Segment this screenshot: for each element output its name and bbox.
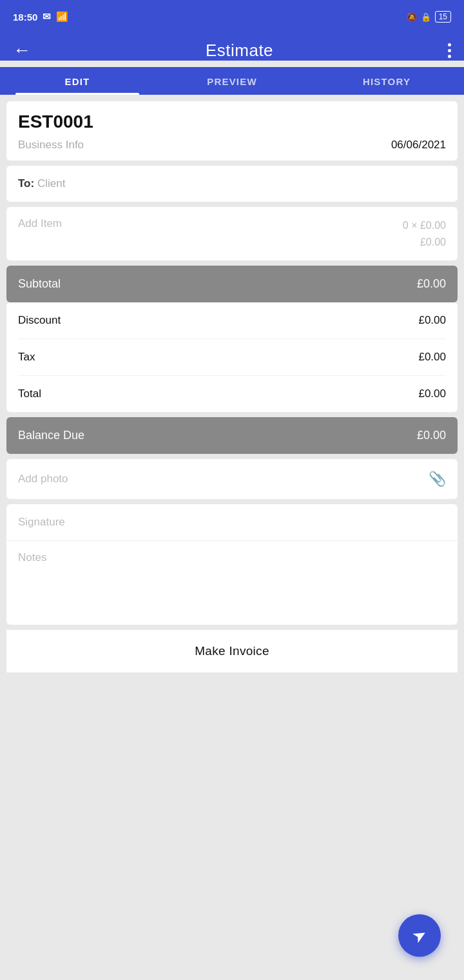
add-item-card[interactable]: Add Item 0 × £0.00 £0.00 — [6, 207, 458, 260]
send-icon: ➤ — [409, 923, 431, 948]
more-options-button[interactable] — [448, 43, 451, 58]
back-button[interactable]: ← — [13, 40, 31, 61]
tab-edit[interactable]: EDIT — [0, 67, 155, 95]
estimate-date[interactable]: 06/06/2021 — [391, 139, 446, 152]
to-label: To: — [18, 177, 37, 190]
estimate-number: EST0001 — [18, 112, 446, 132]
make-invoice-card: Make Invoice — [6, 630, 458, 672]
tab-bar: EDIT PREVIEW HISTORY — [0, 67, 464, 95]
header: ← Estimate — [0, 34, 464, 61]
add-item-qty: 0 × £0.00 — [403, 217, 446, 234]
lock-icon: 🔒 — [421, 12, 431, 22]
subtotal-value: £0.00 — [417, 277, 446, 291]
line-items-card: Discount £0.00 Tax £0.00 Total £0.00 — [6, 302, 458, 412]
add-photo-card[interactable]: Add photo 📎 — [6, 459, 458, 499]
subtotal-row: Subtotal £0.00 — [6, 266, 458, 302]
total-label: Total — [18, 387, 41, 400]
mute-icon: 🔕 — [407, 12, 417, 22]
total-row: Total £0.00 — [18, 376, 446, 412]
main-content: EST0001 Business Info 06/06/2021 To: Cli… — [0, 95, 464, 684]
estimate-header-card: EST0001 Business Info 06/06/2021 — [6, 101, 458, 161]
balance-due-row: Balance Due £0.00 — [6, 417, 458, 454]
add-item-label: Add Item — [18, 217, 62, 230]
client-value: Client — [37, 177, 65, 190]
dot2 — [448, 49, 451, 52]
signature-card[interactable]: Signature Notes — [6, 504, 458, 625]
send-fab-button[interactable]: ➤ — [398, 914, 441, 957]
status-left: 18:50 ✉ 📶 — [13, 11, 68, 23]
notes-field[interactable]: Notes — [6, 541, 458, 625]
make-invoice-button[interactable]: Make Invoice — [6, 630, 458, 672]
mail-icon: ✉ — [43, 11, 51, 23]
total-value: £0.00 — [418, 387, 446, 400]
discount-label: Discount — [18, 314, 61, 327]
status-right: 🔕 🔒 15 — [407, 11, 451, 23]
paperclip-icon: 📎 — [429, 471, 446, 487]
wifi-icon: 📶 — [56, 11, 68, 23]
discount-row[interactable]: Discount £0.00 — [18, 302, 446, 339]
signature-field[interactable]: Signature — [6, 504, 458, 541]
tab-history[interactable]: HISTORY — [309, 67, 464, 95]
dot3 — [448, 55, 451, 58]
time: 18:50 — [13, 12, 37, 23]
balance-due-label: Balance Due — [18, 429, 84, 442]
tab-preview[interactable]: PREVIEW — [155, 67, 309, 95]
add-item-total: £0.00 — [403, 234, 446, 251]
page-title: Estimate — [206, 41, 273, 61]
add-photo-label: Add photo — [18, 473, 68, 485]
status-bar: 18:50 ✉ 📶 🔕 🔒 15 — [0, 0, 464, 34]
tax-label: Tax — [18, 351, 35, 364]
battery-level: 15 — [435, 11, 451, 23]
dot1 — [448, 43, 451, 46]
tax-value: £0.00 — [418, 351, 446, 364]
balance-due-value: £0.00 — [417, 429, 446, 442]
discount-value: £0.00 — [418, 314, 446, 327]
to-client-card[interactable]: To: Client — [6, 166, 458, 202]
subtotal-label: Subtotal — [18, 277, 61, 291]
tax-row[interactable]: Tax £0.00 — [18, 339, 446, 376]
business-info-label[interactable]: Business Info — [18, 139, 84, 152]
